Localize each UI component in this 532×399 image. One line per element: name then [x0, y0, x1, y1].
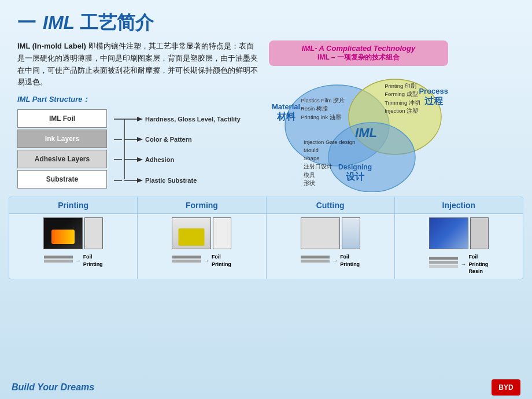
page-header: 一 IML 工艺简介 [0, 0, 532, 40]
layer-row-substrate: Substrate [17, 170, 113, 189]
process-col-header-injection: Injection [395, 197, 523, 213]
cutting-bar-labels: Foil Printing [340, 253, 360, 268]
layer-adhesive: Adhesive Layers [17, 150, 107, 168]
cutting-bar-diagram: → Foil Printing [301, 253, 360, 268]
injection-images [429, 217, 489, 249]
layer-iml-foil: IML Foil [17, 109, 107, 128]
title-iml: IML [43, 12, 75, 33]
svg-text:IML: IML [355, 125, 377, 140]
svg-text:Adhesion: Adhesion [145, 156, 174, 163]
process-col-injection: → Foil Printing Resin [395, 214, 523, 279]
process-content: → Foil Printing → Foil [9, 213, 523, 279]
printing-bar-diagram: → Foil Printing [44, 253, 103, 268]
printing-img1 [43, 217, 83, 249]
printing-arrow: → [75, 257, 81, 264]
svg-rect-24 [172, 256, 201, 258]
svg-rect-23 [44, 260, 73, 263]
intro-bold: IML (In-mold Label) [17, 42, 86, 50]
cutting-images [301, 217, 360, 249]
material-label: Material 材料 [272, 102, 300, 123]
venn-title-line1: IML- A Complicated Technology [276, 44, 441, 53]
layer-substrate: Substrate [17, 170, 107, 189]
svg-rect-29 [429, 261, 458, 264]
forming-images [172, 217, 231, 249]
forming-bar-labels: Foil Printing [212, 253, 231, 268]
svg-marker-16 [137, 178, 143, 183]
forming-img2 [213, 217, 231, 249]
injection-bar-labels: Foil Printing Resin [468, 253, 488, 275]
process-section: Printing Forming Cutting Injection → Foi… [9, 197, 523, 279]
injection-img1 [429, 217, 468, 249]
left-section: IML (In-mold Label) 即模内镶件注塑，其工艺非常显著的特点是：… [12, 40, 260, 192]
process-col-header-cutting: Cutting [267, 197, 395, 213]
page-title: IML 工艺简介 [43, 10, 154, 36]
forming-bar-diagram: → Foil Printing [172, 253, 231, 268]
title-rest: 工艺简介 [75, 12, 154, 33]
venn-title-line2: IML – 一项复杂的技术组合 [276, 53, 441, 62]
process-col-printing: → Foil Printing [9, 214, 138, 279]
design-items: Injection Gate design Mould Shape 注射口设计 … [304, 138, 355, 188]
intro-text: IML (In-mold Label) 即模内镶件注塑，其工艺非常显著的特点是：… [12, 40, 260, 88]
svg-text:Plastic Substrate: Plastic Substrate [145, 177, 197, 184]
cutting-arrow: → [332, 257, 338, 264]
injection-arrow: → [460, 261, 466, 267]
injection-bar-diagram: → Foil Printing Resin [429, 253, 488, 275]
forming-bar-svg [172, 256, 201, 266]
layer-ink: Ink Layers [17, 130, 107, 148]
svg-marker-10 [137, 137, 143, 142]
right-section: IML- A Complicated Technology IML – 一项复杂… [269, 40, 448, 192]
forming-arrow: → [204, 257, 209, 264]
structure-arrows-svg: Hardness, Gloss Level, Tactility Color &… [114, 110, 241, 190]
printing-img2 [84, 217, 103, 249]
process-col-header-forming: Forming [138, 197, 266, 213]
iml-title-box: IML- A Complicated Technology IML – 一项复杂… [269, 40, 448, 66]
svg-rect-30 [429, 265, 458, 268]
footer-logo-text: BYD [498, 383, 513, 391]
injection-img2 [470, 217, 489, 249]
printing-bar-labels: Foil Printing [83, 253, 103, 268]
page-footer: Build Your Dreams BYD [12, 379, 520, 396]
layer-row-adhesive: Adhesive Layers [17, 150, 113, 168]
cutting-bar-svg [301, 256, 330, 266]
cutting-img1 [301, 217, 340, 249]
material-items: Plastics Film 胶片 Resin 树脂 Printing ink 油… [301, 97, 345, 121]
process-items: Printing 印刷 Forming 成型 Trimming 冲切 Injec… [385, 82, 420, 115]
venn-diagram: IML Material 材料 Plastics Film 胶片 Resin 树… [269, 71, 448, 192]
svg-text:Hardness, Gloss Level, Tactili: Hardness, Gloss Level, Tactility [145, 116, 241, 123]
svg-marker-13 [137, 157, 143, 162]
svg-rect-28 [429, 257, 458, 260]
process-col-forming: → Foil Printing [138, 214, 266, 279]
svg-rect-25 [172, 260, 201, 263]
part-structure-title: IML Part Structure： [12, 94, 260, 105]
svg-rect-26 [301, 256, 330, 258]
process-header: Printing Forming Cutting Injection [9, 197, 523, 213]
svg-marker-7 [137, 117, 143, 121]
process-label: Process 过程 [419, 87, 448, 108]
main-content: IML (In-mold Label) 即模内镶件注塑，其工艺非常显著的特点是：… [0, 40, 532, 192]
printing-images [43, 217, 103, 249]
svg-text:Color & Pattern: Color & Pattern [145, 136, 192, 143]
footer-logo: BYD [492, 379, 520, 396]
forming-img1 [172, 217, 211, 249]
printing-bar-svg [44, 256, 73, 266]
structure-layers: IML Foil Ink Layers Adhesive Layers Subs… [17, 109, 113, 190]
injection-bar-svg [429, 257, 458, 272]
svg-rect-27 [301, 260, 330, 263]
process-col-cutting: → Foil Printing [267, 214, 395, 279]
structure-diagram: IML Foil Ink Layers Adhesive Layers Subs… [12, 109, 260, 190]
cutting-img2 [342, 217, 360, 249]
footer-text: Build Your Dreams [12, 382, 94, 393]
svg-rect-22 [44, 256, 73, 258]
layer-row-ink: Ink Layers [17, 130, 113, 148]
process-col-header-printing: Printing [9, 197, 138, 213]
header-dash: 一 [17, 10, 36, 36]
layer-row-foil: IML Foil [17, 109, 113, 128]
